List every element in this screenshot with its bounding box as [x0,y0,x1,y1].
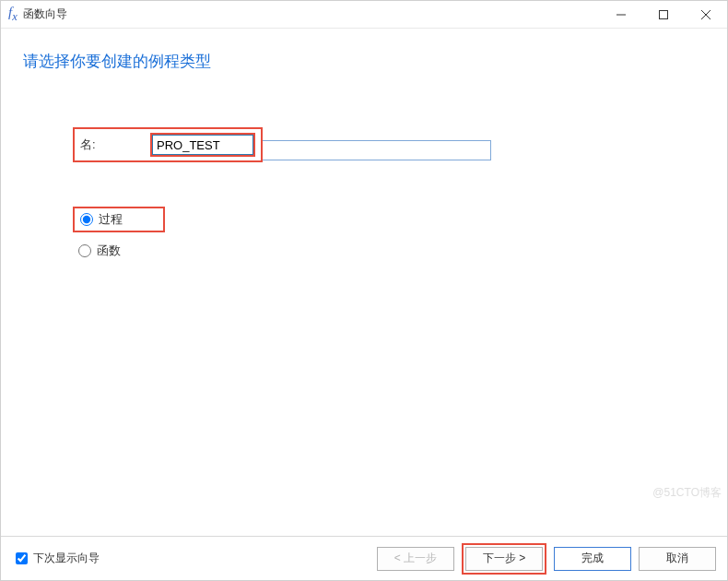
cancel-button[interactable]: 取消 [639,547,716,571]
watermark: @51CTO博客 [652,485,722,501]
fx-icon: fx [8,5,18,24]
minimize-button[interactable] [600,1,642,29]
finish-button[interactable]: 完成 [554,547,631,571]
radio-procedure[interactable] [80,213,93,226]
form-area: 名: 过程 函数 [23,127,705,262]
name-input-extension[interactable] [263,140,491,160]
prev-button: < 上一步 [377,547,454,571]
wizard-window: fx 函数向导 请选择你要创建的例程类型 名: [0,0,728,581]
name-row: 名: [73,127,263,162]
radio-procedure-label: 过程 [99,211,123,228]
show-next-time-checkbox[interactable] [16,552,28,564]
show-next-time-wrap[interactable]: 下次显示向导 [16,551,100,566]
name-input[interactable] [152,135,253,155]
svg-rect-1 [660,10,668,18]
next-button[interactable]: 下一步 > [465,547,543,571]
name-label: 名: [80,136,150,153]
radio-row-procedure[interactable]: 过程 [73,207,165,232]
content-area: 请选择你要创建的例程类型 名: 过程 函数 [1,29,727,536]
radio-function[interactable] [78,244,91,257]
page-heading: 请选择你要创建的例程类型 [23,51,705,72]
window-title: 函数向导 [23,6,67,22]
close-button[interactable] [685,1,727,29]
radio-function-label: 函数 [97,243,121,259]
radio-row-function[interactable]: 函数 [73,240,165,262]
titlebar: fx 函数向导 [1,1,727,29]
show-next-time-label: 下次显示向导 [33,551,100,566]
next-button-highlight: 下一步 > [462,543,546,575]
routine-type-group: 过程 函数 [73,207,705,262]
maximize-button[interactable] [642,1,685,29]
name-input-highlight [150,133,255,157]
footer: 下次显示向导 < 上一步 下一步 > 完成 取消 [1,536,727,580]
